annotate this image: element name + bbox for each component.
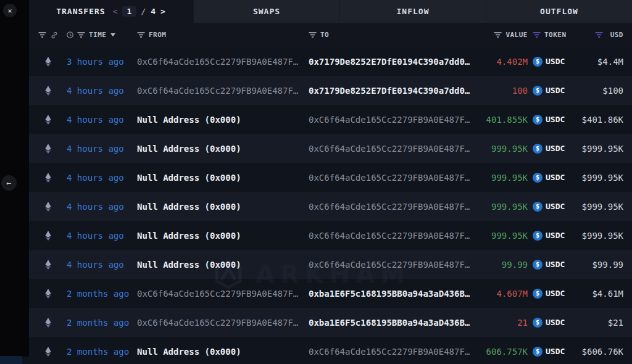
to-cell[interactable]: 0xC6f64aCde165Cc2279FB9A0E487F… [309, 115, 481, 125]
from-address-link[interactable]: Null Address (0x000) [137, 173, 241, 183]
token-cell[interactable]: $ USDC [528, 144, 574, 154]
header-token[interactable]: TOKEN [528, 31, 574, 39]
time-link[interactable]: 4 hours ago [67, 260, 124, 270]
token-link[interactable]: $ USDC [533, 318, 565, 328]
from-address-link[interactable]: 0xC6f64aCde165Cc2279FB9A0E487F… [137, 57, 298, 67]
from-address-link[interactable]: Null Address (0x000) [137, 231, 241, 241]
filter-icon[interactable] [38, 32, 46, 38]
to-cell[interactable]: 0xba1E6F5c168195BB0a94a3aD436B… [309, 318, 481, 328]
time-link[interactable]: 4 hours ago [67, 115, 124, 125]
time-link[interactable]: 3 hours ago [67, 57, 124, 67]
token-link[interactable]: $ USDC [533, 86, 565, 96]
token-link[interactable]: $ USDC [533, 289, 565, 299]
tab-swaps[interactable]: SWAPS [193, 0, 339, 23]
close-button[interactable]: ✕ [3, 4, 17, 17]
from-cell[interactable]: 0xC6f64aCde165Cc2279FB9A0E487F… [137, 86, 309, 96]
transfer-row[interactable]: 4 hours ago 0xC6f64aCde165Cc2279FB9A0E48… [29, 76, 632, 105]
token-cell[interactable]: $ USDC [528, 115, 574, 125]
filter-icon[interactable] [494, 32, 502, 38]
filter-icon-active[interactable] [595, 32, 603, 38]
from-cell[interactable]: Null Address (0x000) [137, 173, 309, 183]
token-cell[interactable]: $ USDC [528, 318, 574, 328]
header-time[interactable]: TIME [67, 31, 137, 39]
from-cell[interactable]: 0xC6f64aCde165Cc2279FB9A0E487F… [137, 57, 309, 67]
time-cell[interactable]: 4 hours ago [67, 144, 137, 154]
from-address-link[interactable]: 0xC6f64aCde165Cc2279FB9A0E487F… [137, 86, 298, 96]
token-cell[interactable]: $ USDC [528, 86, 574, 96]
to-cell[interactable]: 0xC6f64aCde165Cc2279FB9A0E487F… [309, 347, 481, 357]
time-link[interactable]: 4 hours ago [67, 231, 124, 241]
to-address-link[interactable]: 0xC6f64aCde165Cc2279FB9A0E487F… [309, 202, 470, 212]
back-button[interactable]: ← [1, 175, 17, 191]
to-address-link[interactable]: 0xC6f64aCde165Cc2279FB9A0E487F… [309, 260, 470, 270]
transfer-row[interactable]: 4 hours ago Null Address (0x000) 0xC6f64… [29, 105, 632, 134]
from-cell[interactable]: Null Address (0x000) [137, 202, 309, 212]
header-to[interactable]: TO [309, 31, 481, 39]
page-next-icon[interactable]: > [160, 7, 166, 16]
from-address-link[interactable]: Null Address (0x000) [137, 202, 241, 212]
transfer-row[interactable]: 2 months ago 0xC6f64aCde165Cc2279FB9A0E4… [29, 308, 632, 337]
transfer-row[interactable]: 4 hours ago Null Address (0x000) 0xC6f64… [29, 250, 632, 279]
to-cell[interactable]: 0xC6f64aCde165Cc2279FB9A0E487F… [309, 202, 481, 212]
token-cell[interactable]: $ USDC [528, 202, 574, 212]
to-cell[interactable]: 0xba1E6F5c168195BB0a94a3aD436B… [309, 289, 481, 299]
to-cell[interactable]: 0xC6f64aCde165Cc2279FB9A0E487F… [309, 144, 481, 154]
transfer-row[interactable]: 2 months ago Null Address (0x000) 0xC6f6… [29, 337, 632, 364]
tab-outflow[interactable]: OUTFLOW [486, 0, 632, 23]
from-address-link[interactable]: 0xC6f64aCde165Cc2279FB9A0E487F… [137, 318, 298, 328]
transfer-row[interactable]: 4 hours ago Null Address (0x000) 0xC6f64… [29, 134, 632, 163]
to-address-link[interactable]: 0xba1E6F5c168195BB0a94a3aD436B… [309, 289, 470, 299]
time-link[interactable]: 2 months ago [67, 289, 129, 299]
filter-icon[interactable] [77, 32, 85, 38]
time-cell[interactable]: 4 hours ago [67, 231, 137, 241]
from-address-link[interactable]: Null Address (0x000) [137, 144, 241, 154]
token-cell[interactable]: $ USDC [528, 347, 574, 357]
token-cell[interactable]: $ USDC [528, 57, 574, 67]
time-link[interactable]: 4 hours ago [67, 144, 124, 154]
from-cell[interactable]: Null Address (0x000) [137, 231, 309, 241]
token-link[interactable]: $ USDC [533, 231, 565, 241]
token-cell[interactable]: $ USDC [528, 231, 574, 241]
time-cell[interactable]: 3 hours ago [67, 57, 137, 67]
to-address-link[interactable]: 0xC6f64aCde165Cc2279FB9A0E487F… [309, 231, 470, 241]
token-link[interactable]: $ USDC [533, 144, 565, 154]
time-cell[interactable]: 4 hours ago [67, 173, 137, 183]
to-cell[interactable]: 0x7179De8252E7DfE0194C390a7dd0… [309, 86, 481, 96]
header-value[interactable]: VALUE [481, 31, 528, 39]
to-cell[interactable]: 0xC6f64aCde165Cc2279FB9A0E487F… [309, 231, 481, 241]
token-link[interactable]: $ USDC [533, 347, 565, 357]
from-cell[interactable]: 0xC6f64aCde165Cc2279FB9A0E487F… [137, 318, 309, 328]
to-cell[interactable]: 0xC6f64aCde165Cc2279FB9A0E487F… [309, 173, 481, 183]
transfer-row[interactable]: 4 hours ago Null Address (0x000) 0xC6f64… [29, 221, 632, 250]
token-link[interactable]: $ USDC [533, 115, 565, 125]
from-address-link[interactable]: Null Address (0x000) [137, 347, 241, 357]
from-cell[interactable]: Null Address (0x000) [137, 115, 309, 125]
time-cell[interactable]: 4 hours ago [67, 202, 137, 212]
transfer-row[interactable]: 2 months ago 0xC6f64aCde165Cc2279FB9A0E4… [29, 279, 632, 308]
time-link[interactable]: 4 hours ago [67, 173, 124, 183]
from-address-link[interactable]: Null Address (0x000) [137, 260, 241, 270]
token-link[interactable]: $ USDC [533, 260, 565, 270]
to-address-link[interactable]: 0x7179De8252E7DfE0194C390a7dd0… [309, 86, 470, 96]
header-from[interactable]: FROM [137, 31, 309, 39]
link-icon[interactable] [51, 31, 58, 39]
tab-transfers[interactable]: TRANSFERS < 1 / 4 > [29, 0, 193, 23]
to-address-link[interactable]: 0xC6f64aCde165Cc2279FB9A0E487F… [309, 347, 470, 357]
to-address-link[interactable]: 0x7179De8252E7DfE0194C390a7dd0… [309, 57, 470, 67]
token-link[interactable]: $ USDC [533, 57, 565, 67]
to-address-link[interactable]: 0xC6f64aCde165Cc2279FB9A0E487F… [309, 115, 470, 125]
from-cell[interactable]: 0xC6f64aCde165Cc2279FB9A0E487F… [137, 289, 309, 299]
time-link[interactable]: 4 hours ago [67, 202, 124, 212]
filter-icon-active[interactable] [533, 32, 541, 38]
time-cell[interactable]: 4 hours ago [67, 260, 137, 270]
token-cell[interactable]: $ USDC [528, 173, 574, 183]
time-cell[interactable]: 2 months ago [67, 318, 137, 328]
from-cell[interactable]: Null Address (0x000) [137, 347, 309, 357]
page-prev-icon[interactable]: < [113, 7, 118, 16]
token-cell[interactable]: $ USDC [528, 289, 574, 299]
chevron-down-icon[interactable] [110, 33, 115, 36]
time-cell[interactable]: 4 hours ago [67, 86, 137, 96]
time-link[interactable]: 2 months ago [67, 318, 129, 328]
tab-inflow[interactable]: INFLOW [339, 0, 486, 23]
time-cell[interactable]: 2 months ago [67, 289, 137, 299]
